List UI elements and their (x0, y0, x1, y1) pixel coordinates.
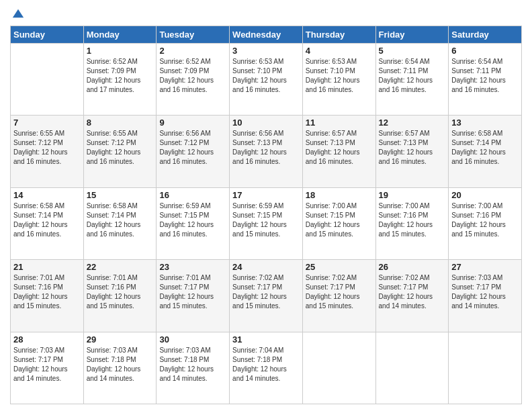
day-number: 16 (159, 190, 226, 200)
day-info: Sunrise: 7:00 AMSunset: 7:16 PMDaylight:… (379, 201, 446, 239)
day-number: 30 (159, 334, 226, 345)
day-info: Sunrise: 6:58 AMSunset: 7:14 PMDaylight:… (451, 129, 519, 167)
header-saturday: Saturday (449, 26, 522, 43)
day-number: 5 (379, 46, 446, 56)
day-number: 4 (306, 46, 373, 56)
calendar-cell: 27Sunrise: 7:03 AMSunset: 7:17 PMDayligh… (449, 260, 522, 332)
logo-block (10, 7, 25, 20)
day-info: Sunrise: 6:57 AMSunset: 7:13 PMDaylight:… (306, 129, 373, 167)
calendar-cell: 6Sunrise: 6:54 AMSunset: 7:11 PMDaylight… (449, 43, 522, 115)
calendar-cell: 17Sunrise: 6:59 AMSunset: 7:15 PMDayligh… (230, 187, 303, 259)
day-number: 27 (451, 262, 519, 272)
day-info: Sunrise: 7:02 AMSunset: 7:17 PMDaylight:… (306, 273, 373, 311)
header-wednesday: Wednesday (230, 26, 303, 43)
day-number: 21 (13, 262, 81, 272)
calendar-cell: 15Sunrise: 6:58 AMSunset: 7:14 PMDayligh… (83, 187, 157, 259)
day-info: Sunrise: 6:52 AMSunset: 7:09 PMDaylight:… (159, 57, 226, 95)
calendar-cell (11, 43, 84, 115)
calendar-header-row: Sunday Monday Tuesday Wednesday Thursday… (11, 26, 522, 43)
day-info: Sunrise: 7:00 AMSunset: 7:16 PMDaylight:… (451, 201, 519, 239)
calendar-table: Sunday Monday Tuesday Wednesday Thursday… (10, 26, 522, 404)
calendar-cell: 18Sunrise: 7:00 AMSunset: 7:15 PMDayligh… (302, 187, 375, 259)
calendar-cell: 26Sunrise: 7:02 AMSunset: 7:17 PMDayligh… (375, 260, 449, 332)
day-info: Sunrise: 6:55 AMSunset: 7:12 PMDaylight:… (13, 129, 81, 167)
day-info: Sunrise: 7:01 AMSunset: 7:17 PMDaylight:… (159, 273, 226, 311)
day-number: 6 (451, 46, 519, 56)
header-monday: Monday (83, 26, 157, 43)
header-tuesday: Tuesday (157, 26, 230, 43)
day-number: 3 (232, 46, 300, 56)
day-number: 2 (159, 46, 226, 56)
day-info: Sunrise: 6:58 AMSunset: 7:14 PMDaylight:… (13, 201, 81, 239)
header-thursday: Thursday (302, 26, 375, 43)
day-number: 7 (13, 118, 81, 128)
day-info: Sunrise: 6:55 AMSunset: 7:12 PMDaylight:… (87, 129, 154, 167)
day-info: Sunrise: 6:52 AMSunset: 7:09 PMDaylight:… (87, 57, 154, 95)
day-info: Sunrise: 7:03 AMSunset: 7:17 PMDaylight:… (13, 346, 81, 383)
calendar-cell: 10Sunrise: 6:56 AMSunset: 7:13 PMDayligh… (230, 116, 303, 187)
svg-marker-0 (13, 9, 24, 17)
calendar-cell: 8Sunrise: 6:55 AMSunset: 7:12 PMDaylight… (83, 116, 157, 187)
calendar-cell: 11Sunrise: 6:57 AMSunset: 7:13 PMDayligh… (302, 116, 375, 187)
day-info: Sunrise: 6:59 AMSunset: 7:15 PMDaylight:… (159, 201, 226, 239)
calendar-cell: 9Sunrise: 6:56 AMSunset: 7:12 PMDaylight… (157, 116, 230, 187)
calendar-cell: 29Sunrise: 7:03 AMSunset: 7:18 PMDayligh… (83, 332, 157, 404)
day-info: Sunrise: 6:54 AMSunset: 7:11 PMDaylight:… (379, 57, 446, 95)
day-number: 20 (451, 190, 519, 200)
calendar-cell (302, 332, 375, 404)
calendar-cell: 25Sunrise: 7:02 AMSunset: 7:17 PMDayligh… (302, 260, 375, 332)
calendar-cell (449, 332, 522, 404)
calendar-cell: 5Sunrise: 6:54 AMSunset: 7:11 PMDaylight… (375, 43, 449, 115)
day-number: 15 (87, 190, 154, 200)
day-info: Sunrise: 6:59 AMSunset: 7:15 PMDaylight:… (232, 201, 300, 239)
day-info: Sunrise: 6:57 AMSunset: 7:13 PMDaylight:… (379, 129, 446, 167)
header (10, 7, 522, 20)
calendar-cell: 30Sunrise: 7:03 AMSunset: 7:18 PMDayligh… (157, 332, 230, 404)
day-info: Sunrise: 7:04 AMSunset: 7:18 PMDaylight:… (232, 346, 300, 383)
day-number: 23 (159, 262, 226, 272)
calendar-cell: 2Sunrise: 6:52 AMSunset: 7:09 PMDaylight… (157, 43, 230, 115)
calendar-week-row: 14Sunrise: 6:58 AMSunset: 7:14 PMDayligh… (11, 187, 522, 259)
calendar-page: Sunday Monday Tuesday Wednesday Thursday… (0, 0, 532, 411)
day-number: 13 (451, 118, 519, 128)
calendar-week-row: 7Sunrise: 6:55 AMSunset: 7:12 PMDaylight… (11, 116, 522, 187)
calendar-cell: 20Sunrise: 7:00 AMSunset: 7:16 PMDayligh… (449, 187, 522, 259)
day-info: Sunrise: 7:01 AMSunset: 7:16 PMDaylight:… (13, 273, 81, 311)
day-info: Sunrise: 7:03 AMSunset: 7:18 PMDaylight:… (159, 346, 226, 383)
calendar-week-row: 1Sunrise: 6:52 AMSunset: 7:09 PMDaylight… (11, 43, 522, 115)
day-number: 28 (13, 334, 81, 345)
calendar-week-row: 21Sunrise: 7:01 AMSunset: 7:16 PMDayligh… (11, 260, 522, 332)
day-number: 24 (232, 262, 300, 272)
logo-icon (11, 7, 25, 20)
calendar-cell: 7Sunrise: 6:55 AMSunset: 7:12 PMDaylight… (11, 116, 84, 187)
day-info: Sunrise: 6:53 AMSunset: 7:10 PMDaylight:… (232, 57, 300, 95)
day-info: Sunrise: 7:01 AMSunset: 7:16 PMDaylight:… (87, 273, 154, 311)
day-number: 31 (232, 334, 300, 345)
header-friday: Friday (375, 26, 449, 43)
calendar-cell: 1Sunrise: 6:52 AMSunset: 7:09 PMDaylight… (83, 43, 157, 115)
day-info: Sunrise: 6:56 AMSunset: 7:12 PMDaylight:… (159, 129, 226, 167)
day-number: 25 (306, 262, 373, 272)
day-info: Sunrise: 7:03 AMSunset: 7:18 PMDaylight:… (87, 346, 154, 383)
calendar-week-row: 28Sunrise: 7:03 AMSunset: 7:17 PMDayligh… (11, 332, 522, 404)
calendar-cell: 16Sunrise: 6:59 AMSunset: 7:15 PMDayligh… (157, 187, 230, 259)
calendar-cell: 28Sunrise: 7:03 AMSunset: 7:17 PMDayligh… (11, 332, 84, 404)
day-number: 9 (159, 118, 226, 128)
logo (10, 7, 25, 20)
day-number: 17 (232, 190, 300, 200)
day-number: 14 (13, 190, 81, 200)
day-number: 26 (379, 262, 446, 272)
day-info: Sunrise: 6:54 AMSunset: 7:11 PMDaylight:… (451, 57, 519, 95)
day-number: 29 (87, 334, 154, 345)
calendar-cell: 19Sunrise: 7:00 AMSunset: 7:16 PMDayligh… (375, 187, 449, 259)
calendar-cell (375, 332, 449, 404)
day-number: 12 (379, 118, 446, 128)
calendar-cell: 21Sunrise: 7:01 AMSunset: 7:16 PMDayligh… (11, 260, 84, 332)
day-info: Sunrise: 6:58 AMSunset: 7:14 PMDaylight:… (87, 201, 154, 239)
day-info: Sunrise: 7:03 AMSunset: 7:17 PMDaylight:… (451, 273, 519, 311)
calendar-cell: 14Sunrise: 6:58 AMSunset: 7:14 PMDayligh… (11, 187, 84, 259)
day-info: Sunrise: 6:53 AMSunset: 7:10 PMDaylight:… (306, 57, 373, 95)
day-info: Sunrise: 6:56 AMSunset: 7:13 PMDaylight:… (232, 129, 300, 167)
calendar-cell: 13Sunrise: 6:58 AMSunset: 7:14 PMDayligh… (449, 116, 522, 187)
calendar-cell: 4Sunrise: 6:53 AMSunset: 7:10 PMDaylight… (302, 43, 375, 115)
